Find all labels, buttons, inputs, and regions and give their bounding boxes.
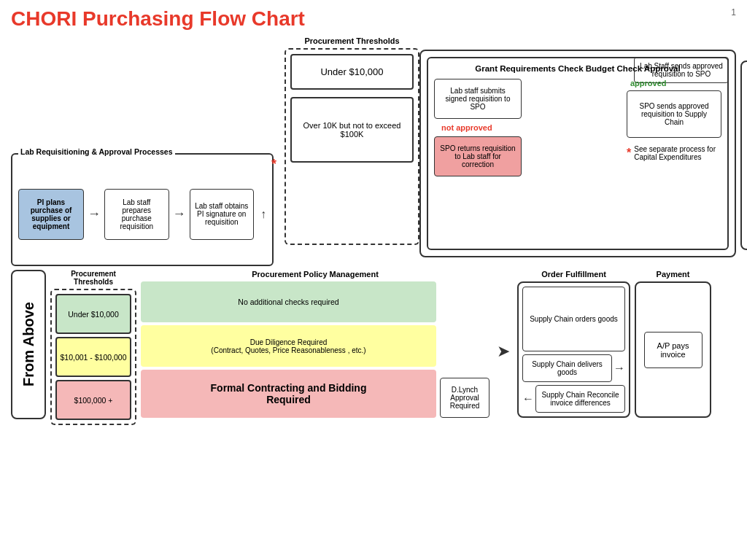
lab-submits-box: Lab staff submits signed requisition to …	[434, 79, 522, 119]
thresh-10k-100k-bottom: $10,001 - $100,000	[55, 337, 131, 377]
capital-exp-label: See separate process for Capital Expendi…	[634, 145, 721, 161]
ap-pays-box: A/P pays invoice	[644, 332, 703, 368]
lab-req-title: Lab Requisitioning & Approval Processes	[18, 147, 175, 156]
thresh-100k-plus-bottom: $100,000 +	[55, 380, 131, 420]
lab-step-obtains: Lab staff obtains PI signature on requis…	[190, 189, 255, 240]
dlynch-box: D.Lynch Approval Required	[440, 378, 489, 418]
order-item-1: Supply Chain orders goods	[522, 287, 625, 351]
policy-formal: Formal Contracting and Bidding Required	[141, 370, 436, 418]
order-item-3: Supply Chain Reconcile invoice differenc…	[535, 385, 625, 413]
proc-thresholds-label-top: Procurement Thresholds	[285, 36, 419, 45]
policy-mgmt-label: Procurement Policy Management	[141, 270, 489, 279]
spo-sends-box: SPO sends approved requisition to Supply…	[627, 90, 721, 138]
page-title: CHORI Purchasing Flow Chart	[11, 7, 736, 31]
policy-due-diligence: Due Diligence Required (Contract, Quotes…	[141, 325, 436, 366]
approved-label: approved	[630, 79, 667, 88]
proc-thresh-bottom-label: Procurement Thresholds	[50, 270, 136, 286]
spo-returns-box: SPO returns requisition to Lab staff for…	[434, 136, 522, 176]
under-10k-box: Under $10,000	[290, 54, 414, 90]
star-marker-top: *	[271, 157, 276, 172]
grant-check-title: Grant Requirements Check Budget Check Ap…	[434, 64, 721, 73]
over-10k-box: Over 10K but not to exceed $100K	[290, 97, 414, 163]
order-label: Order Fulfillment	[517, 270, 630, 279]
continued-below-label: Continued Below	[740, 61, 747, 250]
order-item-2: Supply Chain delivers goods	[522, 354, 612, 382]
payment-label: Payment	[635, 270, 711, 279]
page-number: 1	[731, 7, 736, 18]
page: 1 CHORI Purchasing Flow Chart Lab Requis…	[0, 0, 747, 560]
from-above-label: From Above	[11, 270, 46, 419]
lab-step-prepares: Lab staff prepares purchase requisition	[104, 189, 169, 240]
not-approved-label: not approved	[441, 123, 492, 132]
star-marker-2: *	[627, 147, 631, 160]
thresh-under-10k-bottom: Under $10,000	[55, 294, 131, 334]
lab-step-pi-plans: PI plans purchase of supplies or equipme…	[18, 189, 84, 240]
policy-no-checks: No additional checks required	[141, 281, 436, 322]
